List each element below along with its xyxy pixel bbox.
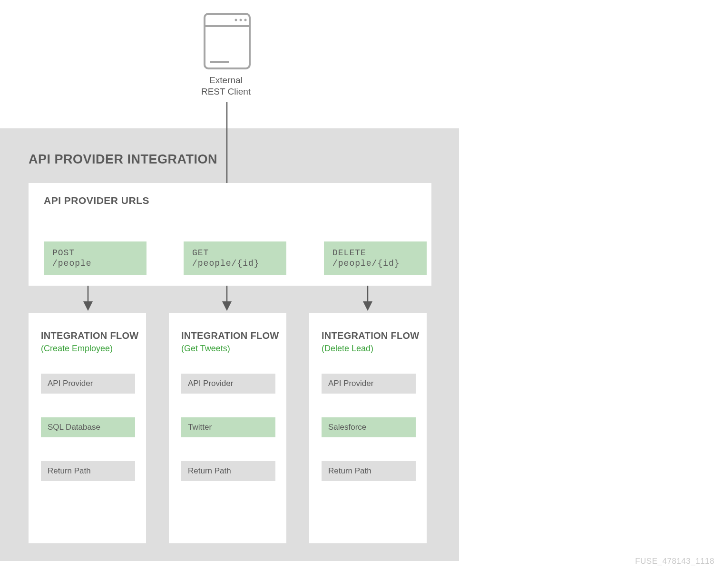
endpoint-path: /people/{id} [332, 258, 418, 269]
diagram-id: FUSE_478143_1118 [635, 557, 714, 566]
endpoint-get-people-id: GET /people/{id} [184, 241, 286, 275]
flow-subtitle: (Delete Lead) [322, 344, 373, 354]
endpoint-path: /people/{id} [192, 258, 278, 269]
flow-step-return-path: Return Path [41, 461, 135, 481]
flow-subtitle: (Create Employee) [41, 344, 113, 354]
flow-step-return-path: Return Path [181, 461, 275, 481]
svg-point-2 [235, 19, 237, 21]
external-client-line1: External [209, 75, 243, 85]
api-urls-title: API PROVIDER URLS [44, 195, 149, 206]
flow-step-api-provider: API Provider [41, 374, 135, 394]
integration-title: API PROVIDER INTEGRATION [29, 152, 217, 167]
endpoint-method: GET [192, 248, 278, 258]
flow-subtitle: (Get Tweets) [181, 344, 230, 354]
endpoint-method: POST [52, 248, 138, 258]
endpoint-path: /people [52, 258, 138, 269]
flow-step-api-provider: API Provider [322, 374, 416, 394]
svg-point-4 [244, 19, 247, 21]
svg-point-3 [240, 19, 242, 21]
flow-step-sql-database: SQL Database [41, 417, 135, 437]
browser-window-icon [205, 14, 250, 68]
flow-step-return-path: Return Path [322, 461, 416, 481]
flow-step-salesforce: Salesforce [322, 417, 416, 437]
flow-title: INTEGRATION FLOW [322, 330, 420, 341]
flow-step-twitter: Twitter [181, 417, 275, 437]
external-client-label: External REST Client [190, 75, 262, 97]
endpoint-method: DELETE [332, 248, 418, 258]
flow-title: INTEGRATION FLOW [41, 330, 139, 341]
flow-step-api-provider: API Provider [181, 374, 275, 394]
flow-title: INTEGRATION FLOW [181, 330, 279, 341]
svg-rect-0 [205, 14, 250, 68]
endpoint-delete-people-id: DELETE /people/{id} [324, 241, 427, 275]
endpoint-post-people: POST /people [44, 241, 147, 275]
external-client-line2: REST Client [201, 87, 251, 96]
